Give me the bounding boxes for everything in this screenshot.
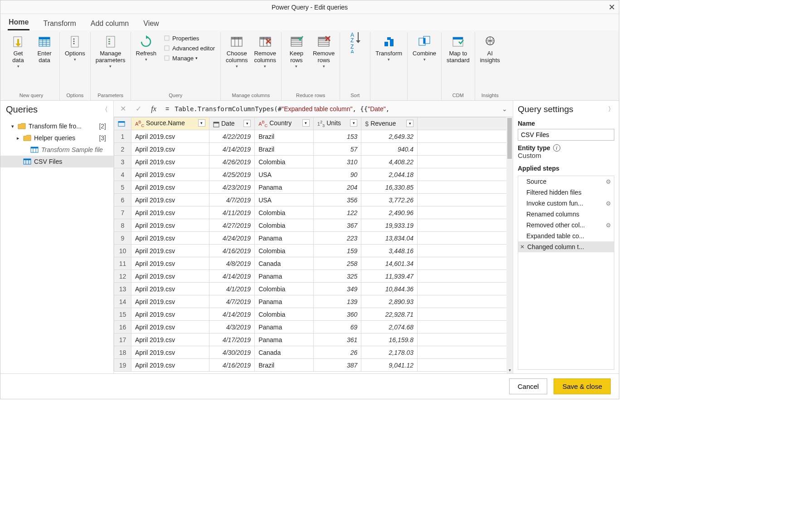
cell[interactable]: 4/7/2019	[209, 194, 254, 206]
table-row[interactable]: 18April 2019.csv4/30/2019Canada262,178.0…	[114, 346, 513, 359]
row-number[interactable]: 3	[114, 156, 131, 168]
cell[interactable]: 4/7/2019	[209, 295, 254, 308]
cell[interactable]: 325	[313, 270, 361, 283]
row-number[interactable]: 13	[114, 283, 131, 295]
manage-button[interactable]: Manage ▾	[160, 53, 218, 63]
cell[interactable]: 940.4	[361, 143, 418, 156]
delete-step-icon[interactable]: ✕	[520, 244, 526, 250]
table-row[interactable]: 13April 2019.csv4/1/2019Colombia34910,84…	[114, 283, 513, 295]
collapse-queries-icon[interactable]: 〈	[102, 106, 108, 114]
cell[interactable]: 4/3/2019	[209, 321, 254, 334]
cell[interactable]: 90	[313, 168, 361, 181]
cell[interactable]: 13,834.04	[361, 232, 418, 245]
table-row[interactable]: 1April 2019.csv4/22/2019Brazil1532,649.3…	[114, 130, 513, 143]
row-number[interactable]: 10	[114, 245, 131, 257]
column-header[interactable]: Date▾	[209, 118, 254, 130]
fx-icon[interactable]: fx	[147, 103, 160, 115]
cell[interactable]: Panama	[255, 270, 314, 283]
cell[interactable]: 16,330.85	[361, 181, 418, 194]
remove-columns-button[interactable]: Remove columns▾	[252, 32, 278, 91]
formula-accept-icon[interactable]: ✓	[132, 103, 145, 115]
cell[interactable]: April 2019.csv	[131, 295, 209, 308]
row-number[interactable]: 19	[114, 359, 131, 372]
save-close-button[interactable]: Save & close	[554, 378, 611, 394]
applied-step[interactable]: Invoke custom fun...⚙	[518, 198, 614, 209]
info-icon[interactable]: i	[553, 144, 560, 152]
cell[interactable]: April 2019.csv	[131, 257, 209, 270]
cell[interactable]: April 2019.csv	[131, 206, 209, 219]
query-item[interactable]: ▸Helper queries[3]	[0, 132, 113, 144]
cell[interactable]: April 2019.csv	[131, 359, 209, 372]
cell[interactable]: 139	[313, 295, 361, 308]
close-icon[interactable]: ✕	[608, 2, 615, 12]
applied-step[interactable]: Expanded table co...	[518, 231, 614, 241]
formula-expand-icon[interactable]: ⌄	[499, 105, 510, 113]
vertical-scrollbar[interactable]: ▾	[506, 117, 513, 373]
cell[interactable]: 4/22/2019	[209, 130, 254, 143]
cell[interactable]: 2,074.68	[361, 321, 418, 334]
column-header[interactable]: 123Units▾	[313, 118, 361, 130]
cell[interactable]: Colombia	[255, 206, 314, 219]
cell[interactable]: 57	[313, 143, 361, 156]
cell[interactable]: 367	[313, 219, 361, 232]
table-row[interactable]: 14April 2019.csv4/7/2019Panama1392,890.9…	[114, 295, 513, 308]
cell[interactable]: 4/1/2019	[209, 283, 254, 295]
cell[interactable]: Colombia	[255, 156, 314, 168]
tab-transform[interactable]: Transform	[42, 17, 77, 30]
enter-data-button[interactable]: Enter data	[32, 32, 57, 91]
query-name-input[interactable]	[518, 129, 614, 141]
row-number[interactable]: 12	[114, 270, 131, 283]
cell[interactable]: 69	[313, 321, 361, 334]
cell[interactable]: April 2019.csv	[131, 168, 209, 181]
applied-step[interactable]: Removed other col...⚙	[518, 220, 614, 231]
data-grid[interactable]: ABCSource.Name▾Date▾ABCCountry▾123Units▾…	[114, 117, 513, 373]
row-number[interactable]: 2	[114, 143, 131, 156]
cell[interactable]: USA	[255, 168, 314, 181]
cell[interactable]: 19,933.19	[361, 219, 418, 232]
column-type-icon[interactable]: ABC	[135, 120, 144, 128]
refresh-button[interactable]: Refresh▾	[134, 32, 159, 91]
cell[interactable]: Brazil	[255, 143, 314, 156]
choose-columns-button[interactable]: Choose columns▾	[224, 32, 250, 91]
cell[interactable]: 159	[313, 245, 361, 257]
cell[interactable]: 14,601.34	[361, 257, 418, 270]
cell[interactable]: April 2019.csv	[131, 308, 209, 321]
cell[interactable]: 2,649.32	[361, 130, 418, 143]
cell[interactable]: 4/17/2019	[209, 334, 254, 346]
cell[interactable]: Canada	[255, 257, 314, 270]
cell[interactable]: 4/24/2019	[209, 232, 254, 245]
cell[interactable]: Colombia	[255, 283, 314, 295]
cell[interactable]: April 2019.csv	[131, 283, 209, 295]
transform-button[interactable]: Transform▾	[373, 32, 404, 91]
column-type-icon[interactable]: 123	[317, 120, 325, 128]
cell[interactable]: 2,890.93	[361, 295, 418, 308]
table-row[interactable]: 8April 2019.csv4/27/2019Colombia36719,93…	[114, 219, 513, 232]
table-row[interactable]: 12April 2019.csv4/14/2019Panama32511,939…	[114, 270, 513, 283]
column-filter-icon[interactable]: ▾	[302, 119, 310, 127]
cell[interactable]: 153	[313, 130, 361, 143]
cell[interactable]: April 2019.csv	[131, 346, 209, 359]
gear-icon[interactable]: ⚙	[606, 200, 611, 207]
row-number[interactable]: 17	[114, 334, 131, 346]
table-row[interactable]: 2April 2019.csv4/14/2019Brazil57940.4	[114, 143, 513, 156]
column-header[interactable]: ABCCountry▾	[255, 118, 314, 130]
cell[interactable]: 360	[313, 308, 361, 321]
cell[interactable]: Brazil	[255, 359, 314, 372]
table-row[interactable]: 15April 2019.csv4/14/2019Colombia36022,9…	[114, 308, 513, 321]
table-row[interactable]: 7April 2019.csv4/11/2019Colombia1222,490…	[114, 206, 513, 219]
cell[interactable]: Brazil	[255, 130, 314, 143]
column-type-icon[interactable]: ABC	[258, 120, 267, 128]
cell[interactable]: April 2019.csv	[131, 245, 209, 257]
advanced-editor-button[interactable]: Advanced editor	[160, 43, 218, 53]
row-number[interactable]: 11	[114, 257, 131, 270]
table-row[interactable]: 5April 2019.csv4/23/2019Panama20416,330.…	[114, 181, 513, 194]
cell[interactable]: Panama	[255, 295, 314, 308]
cell[interactable]: Panama	[255, 321, 314, 334]
table-row[interactable]: 10April 2019.csv4/16/2019Colombia1593,44…	[114, 245, 513, 257]
row-number[interactable]: 16	[114, 321, 131, 334]
keep-rows-button[interactable]: Keep rows▾	[284, 32, 309, 91]
cell[interactable]: April 2019.csv	[131, 219, 209, 232]
ai-insights-button[interactable]: AI insights	[478, 32, 502, 91]
properties-button[interactable]: Properties	[160, 33, 218, 43]
applied-step[interactable]: Filtered hidden files	[518, 187, 614, 198]
